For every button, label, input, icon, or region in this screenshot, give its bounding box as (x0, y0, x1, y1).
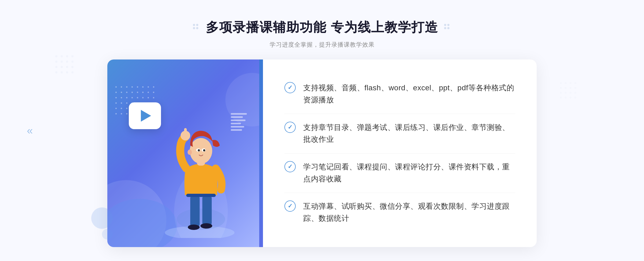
illustration-panel (107, 59, 263, 247)
page-container: « 多项录播课辅助功能 专为线上教学打造 (0, 0, 644, 261)
svg-point-50 (190, 138, 212, 164)
bg-decoration-right (558, 80, 580, 102)
svg-point-46 (200, 223, 212, 229)
check-icon-1: ✓ (288, 85, 292, 91)
svg-point-26 (570, 92, 572, 94)
svg-point-11 (71, 66, 74, 68)
svg-point-20 (560, 87, 562, 89)
svg-point-51 (188, 150, 192, 155)
svg-point-15 (71, 71, 74, 73)
svg-point-22 (570, 87, 572, 89)
left-arrow-decoration: « (27, 125, 33, 137)
svg-point-5 (61, 61, 63, 63)
main-title: 多项录播课辅助功能 专为线上教学打造 (206, 19, 438, 36)
outer-circle-small (102, 229, 113, 240)
check-circle-1: ✓ (284, 82, 296, 93)
svg-point-55 (203, 149, 205, 151)
check-icon-4: ✓ (288, 203, 292, 209)
check-circle-4: ✓ (284, 200, 296, 212)
feature-text-3: 学习笔记回看、课程提问、课程评论打分、课件资料下载，重点内容收藏 (303, 161, 515, 185)
svg-point-30 (570, 97, 572, 99)
svg-rect-56 (186, 194, 216, 197)
svg-point-37 (447, 24, 449, 26)
svg-point-6 (66, 61, 68, 63)
title-row: 多项录播课辅助功能 专为线上教学打造 (192, 19, 451, 36)
svg-point-13 (61, 71, 63, 73)
features-panel: ✓ 支持视频、音频、flash、word、excel、ppt、pdf等各种格式的… (263, 59, 537, 247)
svg-point-31 (575, 97, 576, 99)
feature-text-4: 互动弹幕、试听购买、微信分享、观看次数限制、学习进度跟踪、数据统计 (303, 200, 515, 225)
svg-rect-43 (190, 195, 200, 227)
svg-point-38 (444, 27, 446, 29)
subtitle: 学习进度全掌握，提升录播课教学效果 (192, 41, 451, 49)
svg-point-3 (71, 55, 74, 57)
svg-point-16 (560, 82, 562, 84)
title-decoration-left (192, 23, 200, 31)
svg-point-0 (55, 55, 57, 57)
svg-point-45 (188, 225, 200, 230)
svg-point-36 (444, 24, 446, 26)
check-circle-3: ✓ (284, 161, 296, 172)
svg-point-29 (565, 97, 567, 99)
svg-point-23 (575, 87, 576, 89)
svg-point-7 (71, 61, 74, 63)
svg-point-4 (55, 61, 57, 63)
svg-point-8 (55, 66, 57, 68)
svg-point-54 (198, 149, 200, 151)
header-section: 多项录播课辅助功能 专为线上教学打造 学习进度全掌握，提升录播课教学效果 (192, 0, 451, 59)
svg-point-2 (66, 55, 68, 57)
play-bubble (129, 102, 161, 129)
svg-point-21 (565, 87, 567, 89)
svg-point-17 (565, 82, 567, 84)
feature-item-1: ✓ 支持视频、音频、flash、word、excel、ppt、pdf等各种格式的… (284, 77, 515, 111)
svg-point-28 (560, 97, 562, 99)
check-circle-2: ✓ (284, 122, 296, 133)
svg-point-19 (575, 82, 576, 84)
check-icon-3: ✓ (288, 164, 292, 170)
svg-point-39 (447, 27, 449, 29)
content-card: ✓ 支持视频、音频、flash、word、excel、ppt、pdf等各种格式的… (107, 59, 537, 247)
svg-point-33 (196, 24, 198, 26)
feature-item-3: ✓ 学习笔记回看、课程提问、课程评论打分、课件资料下载，重点内容收藏 (284, 156, 515, 191)
svg-point-35 (196, 27, 198, 29)
svg-point-24 (560, 92, 562, 94)
divider-3 (284, 193, 515, 193)
divider-2 (284, 153, 515, 154)
svg-point-27 (575, 92, 576, 94)
feature-item-4: ✓ 互动弹幕、试听购买、微信分享、观看次数限制、学习进度跟踪、数据统计 (284, 195, 515, 230)
accent-bar (259, 59, 263, 247)
feature-text-2: 支持章节目录、弹题考试、课后练习、课后作业、章节测验、批改作业 (303, 122, 515, 146)
svg-rect-48 (184, 128, 187, 136)
svg-point-10 (66, 66, 68, 68)
svg-point-1 (61, 55, 63, 57)
svg-point-34 (193, 27, 195, 29)
feature-item-2: ✓ 支持章节目录、弹题考试、课后练习、课后作业、章节测验、批改作业 (284, 116, 515, 151)
play-icon (141, 110, 151, 122)
svg-point-9 (61, 66, 63, 68)
title-decoration-right (444, 23, 452, 31)
svg-point-25 (565, 92, 567, 94)
bg-decoration-left (54, 54, 86, 86)
check-icon-2: ✓ (288, 124, 292, 130)
person-figure (159, 104, 245, 239)
feature-text-1: 支持视频、音频、flash、word、excel、ppt、pdf等各种格式的资源… (303, 82, 515, 106)
outer-circle-left (91, 207, 113, 229)
svg-rect-44 (202, 195, 212, 226)
divider-1 (284, 114, 515, 114)
svg-point-18 (570, 82, 572, 84)
svg-point-32 (193, 24, 195, 26)
svg-point-12 (55, 71, 57, 73)
svg-point-14 (66, 71, 68, 73)
